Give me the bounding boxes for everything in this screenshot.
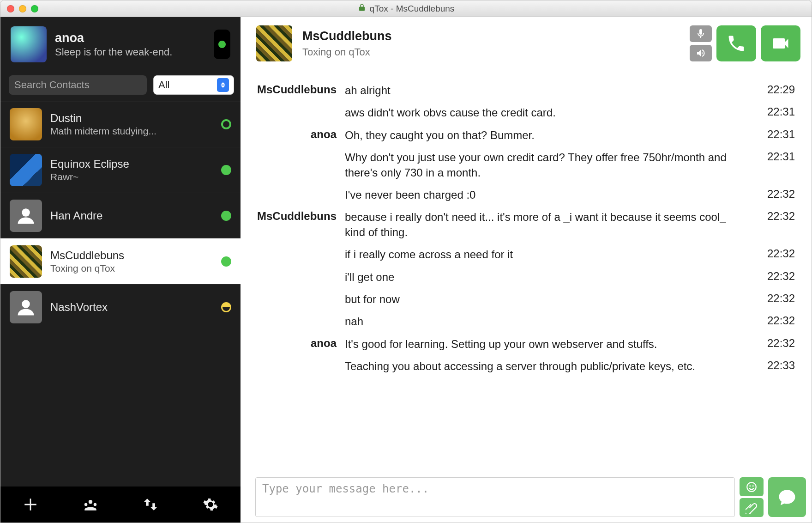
message-time: 22:32 bbox=[753, 337, 795, 350]
message-text: if i really come across a need for it bbox=[345, 247, 753, 262]
chat-contact-status: Toxing on qTox bbox=[302, 46, 690, 58]
send-button[interactable] bbox=[768, 477, 806, 517]
contact-avatar bbox=[10, 108, 42, 140]
video-icon bbox=[770, 33, 791, 54]
message-row: MsCuddlebunsah alright22:29 bbox=[257, 79, 795, 102]
contact-item[interactable]: Equinox EclipseRawr~ bbox=[0, 147, 241, 193]
add-friend-button[interactable] bbox=[0, 487, 60, 523]
message-row: MsCuddlebunsbecause i really don't need … bbox=[257, 206, 795, 243]
paperclip-icon bbox=[746, 502, 758, 514]
chat-contact-name: MsCuddlebuns bbox=[302, 29, 690, 43]
message-row: but for now22:32 bbox=[257, 288, 795, 310]
fullscreen-icon[interactable] bbox=[31, 5, 38, 12]
app-window: qTox - MsCuddlebuns anoa Sleep is for th… bbox=[0, 0, 812, 523]
contact-avatar bbox=[10, 200, 42, 232]
chat-messages[interactable]: MsCuddlebunsah alright22:29aws didn't wo… bbox=[241, 70, 812, 477]
svg-point-0 bbox=[22, 208, 30, 217]
attach-file-button[interactable] bbox=[740, 498, 764, 517]
svg-point-4 bbox=[94, 503, 97, 506]
message-row: aws didn't work obvs cause the credit ca… bbox=[257, 102, 795, 124]
presence-icon bbox=[221, 165, 231, 175]
search-input[interactable] bbox=[9, 75, 147, 95]
presence-icon bbox=[221, 302, 231, 312]
message-time: 22:32 bbox=[753, 188, 795, 201]
message-time: 22:32 bbox=[753, 292, 795, 305]
message-input[interactable] bbox=[255, 477, 735, 517]
message-text: I've never been charged :0 bbox=[345, 188, 753, 202]
presence-icon bbox=[221, 256, 231, 267]
filter-select[interactable]: All bbox=[153, 75, 234, 95]
chat-header: MsCuddlebuns Toxing on qTox bbox=[241, 17, 812, 70]
contact-name: Dustin bbox=[50, 112, 217, 125]
speech-bubble-icon bbox=[777, 487, 797, 507]
message-row: nah22:32 bbox=[257, 310, 795, 333]
message-row: i'll get one22:32 bbox=[257, 266, 795, 288]
titlebar: qTox - MsCuddlebuns bbox=[0, 0, 812, 17]
video-call-button[interactable] bbox=[761, 25, 800, 61]
message-row: Teaching you about accessing a server th… bbox=[257, 355, 795, 377]
message-text: but for now bbox=[345, 292, 753, 307]
message-time: 22:32 bbox=[753, 210, 795, 223]
group-chat-button[interactable] bbox=[60, 487, 120, 523]
self-profile[interactable]: anoa Sleep is for the weak-end. bbox=[0, 17, 241, 73]
message-author: MsCuddlebuns bbox=[257, 83, 345, 96]
message-row: Why don't you just use your own credit c… bbox=[257, 146, 795, 184]
mute-mic-button[interactable] bbox=[690, 25, 712, 42]
settings-button[interactable] bbox=[180, 487, 241, 523]
svg-point-5 bbox=[747, 482, 756, 492]
chat-contact-avatar bbox=[256, 25, 292, 61]
minimize-icon[interactable] bbox=[19, 5, 26, 12]
message-row: if i really come across a need for it22:… bbox=[257, 243, 795, 266]
message-text: Teaching you about accessing a server th… bbox=[345, 359, 753, 374]
contact-item[interactable]: Han Andre bbox=[0, 193, 241, 238]
contact-item[interactable]: NashVortex bbox=[0, 284, 241, 330]
self-presence-toggle[interactable] bbox=[214, 30, 230, 59]
file-transfers-button[interactable] bbox=[120, 487, 180, 523]
message-row: anoaIt's good for learning. Setting up y… bbox=[257, 333, 795, 355]
svg-point-2 bbox=[89, 500, 93, 504]
contact-status: Rawr~ bbox=[50, 171, 217, 182]
self-avatar bbox=[11, 26, 47, 62]
contact-status: Toxing on qTox bbox=[50, 263, 217, 274]
contact-name: Han Andre bbox=[50, 209, 217, 222]
close-icon[interactable] bbox=[7, 5, 14, 12]
message-text: nah bbox=[345, 314, 753, 329]
presence-icon bbox=[221, 211, 231, 221]
contact-avatar bbox=[10, 291, 42, 323]
message-text: Why don't you just use your own credit c… bbox=[345, 150, 753, 180]
message-row: I've never been charged :022:32 bbox=[257, 184, 795, 206]
contact-status: Math midterm studying... bbox=[50, 126, 217, 137]
speaker-icon bbox=[695, 48, 706, 59]
message-author: anoa bbox=[257, 128, 345, 141]
audio-call-button[interactable] bbox=[716, 25, 756, 61]
svg-point-3 bbox=[84, 503, 88, 506]
contact-name: MsCuddlebuns bbox=[50, 249, 217, 262]
contact-name: NashVortex bbox=[50, 301, 217, 314]
window-title: qTox - MsCuddlebuns bbox=[370, 4, 455, 14]
contact-item[interactable]: MsCuddlebunsToxing on qTox bbox=[0, 238, 241, 284]
contact-avatar bbox=[10, 245, 42, 278]
message-time: 22:31 bbox=[753, 128, 795, 141]
sidebar: anoa Sleep is for the weak-end. All Dust… bbox=[0, 17, 241, 523]
message-author: MsCuddlebuns bbox=[257, 210, 345, 223]
message-time: 22:31 bbox=[753, 105, 795, 118]
message-text: It's good for learning. Setting up your … bbox=[345, 337, 753, 352]
message-text: because i really don't need it... it's m… bbox=[345, 210, 753, 240]
message-time: 22:29 bbox=[753, 83, 795, 96]
svg-point-1 bbox=[22, 300, 30, 308]
smiley-icon bbox=[746, 481, 758, 493]
presence-online-icon bbox=[218, 41, 226, 48]
mute-speaker-button[interactable] bbox=[690, 45, 712, 61]
contact-name: Equinox Eclipse bbox=[50, 158, 217, 170]
presence-icon bbox=[221, 119, 231, 129]
self-status: Sleep is for the weak-end. bbox=[55, 46, 214, 58]
chevron-up-down-icon bbox=[217, 78, 229, 92]
contacts-list: DustinMath midterm studying...Equinox Ec… bbox=[0, 101, 241, 487]
lock-icon bbox=[358, 3, 366, 14]
self-name: anoa bbox=[55, 31, 214, 45]
message-time: 22:31 bbox=[753, 150, 795, 163]
message-time: 22:33 bbox=[753, 359, 795, 372]
contact-item[interactable]: DustinMath midterm studying... bbox=[0, 101, 241, 147]
message-text: Oh, they caught you on that? Bummer. bbox=[345, 128, 753, 143]
emoji-button[interactable] bbox=[740, 477, 764, 496]
